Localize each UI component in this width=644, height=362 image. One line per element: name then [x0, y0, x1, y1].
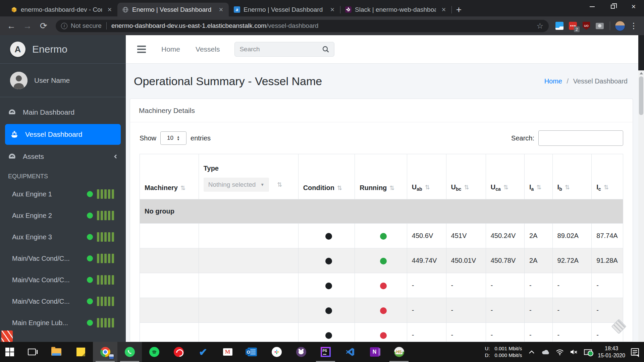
equipment-item[interactable]: Aux Engine 3 [0, 226, 126, 248]
network-speed-widget[interactable]: U: 0.001 Mbit/s D: 0.000 Mbit/s [485, 345, 522, 359]
back-button[interactable]: ← [5, 19, 18, 33]
equipment-item[interactable]: Aux Engine 1 [0, 183, 126, 205]
tab-vessel-dashboard-2[interactable]: a Enermo | Vessel Dashboard × [229, 3, 340, 16]
new-tab-button[interactable]: + [451, 3, 466, 16]
hamburger-menu-icon[interactable] [137, 46, 146, 53]
slack-button[interactable] [264, 342, 289, 362]
gmail-button[interactable]: M [215, 342, 240, 362]
sort-icon[interactable]: ⇅ [277, 181, 282, 188]
minimize-button[interactable] [582, 0, 602, 13]
extension-password-manager[interactable]: 2 [568, 20, 578, 31]
vscode-button[interactable] [338, 342, 362, 362]
tab-vessel-dashboard-active[interactable]: Enermo | Vessel Dashboard × [117, 3, 229, 16]
scrollbar-thumb[interactable] [639, 76, 643, 115]
sort-icon[interactable]: ⇅ [604, 184, 609, 191]
action-center-icon[interactable] [631, 348, 639, 356]
browser-menu-button[interactable]: ⋮ [628, 21, 639, 31]
extension-screenshot[interactable] [594, 20, 605, 31]
check-app-button[interactable]: ✔ [191, 342, 215, 362]
column-ubc[interactable]: Ubc⇅ [446, 154, 486, 199]
table-row[interactable]: - - - - - - [140, 273, 623, 298]
type-filter-dropdown[interactable]: Nothing selected ▼ [204, 178, 269, 192]
column-ib[interactable]: Ib⇅ [552, 154, 592, 199]
extension-wallet[interactable] [554, 20, 565, 31]
column-uab[interactable]: Uab⇅ [407, 154, 446, 199]
column-ia[interactable]: Ia⇅ [525, 154, 553, 199]
breadcrumb-home-link[interactable]: Home [544, 77, 562, 85]
browser-profile-avatar[interactable] [615, 21, 625, 31]
close-icon[interactable]: × [328, 5, 337, 14]
search-input[interactable] [239, 46, 322, 53]
close-icon[interactable]: × [105, 5, 114, 14]
info-icon[interactable]: i [61, 23, 67, 29]
table-row[interactable]: 450.6V 451V 450.24V 2A 89.02A 87.74A [140, 224, 623, 248]
sidebar-item-assets[interactable]: Assets [0, 147, 126, 166]
start-button[interactable] [0, 342, 19, 362]
heidisql-button[interactable]: HS [387, 342, 411, 362]
close-icon[interactable]: × [217, 5, 225, 14]
forward-button[interactable]: → [21, 19, 34, 33]
authy-button[interactable] [166, 342, 191, 362]
close-window-button[interactable]: × [623, 0, 644, 13]
reload-button[interactable]: ⟳ [37, 19, 50, 33]
nav-link-vessels[interactable]: Vessels [196, 45, 220, 53]
address-bar[interactable]: i Not secure enermo-dashboard-dev.us-eas… [56, 20, 549, 32]
wifi-icon[interactable] [555, 348, 564, 356]
table-search-label: Search: [511, 134, 534, 142]
equipment-item[interactable]: Main Engine Lub... [0, 312, 126, 334]
table-search-input[interactable] [538, 130, 623, 146]
tab-beanstalk[interactable]: enermo-dashboard-dev - Config × [6, 3, 117, 16]
bookmark-star-icon[interactable]: ☆ [536, 21, 543, 31]
chrome-button[interactable] [93, 342, 117, 362]
equipment-item[interactable]: Main/Vac Cond/C... [0, 269, 126, 291]
outlook-button[interactable] [240, 342, 264, 362]
equipment-item[interactable]: Aux Engine 2 [0, 205, 126, 226]
nav-link-home[interactable]: Home [161, 45, 180, 53]
column-running[interactable]: Running⇅ [355, 154, 407, 199]
sort-icon[interactable]: ⇅ [425, 184, 430, 191]
sort-icon[interactable]: ⇅ [503, 184, 508, 191]
column-ic[interactable]: Ic⇅ [592, 154, 623, 199]
table-row[interactable]: - - - - - - [140, 323, 623, 342]
user-panel[interactable]: User Name [0, 64, 126, 97]
column-uca[interactable]: Uca⇅ [486, 154, 524, 199]
navbar-search[interactable] [234, 42, 334, 57]
phpstorm-button[interactable]: PS [313, 342, 338, 362]
table-row[interactable]: - - - - - - [140, 298, 623, 323]
close-icon[interactable]: × [439, 5, 448, 14]
sort-icon[interactable]: ⇅ [337, 185, 342, 191]
extension-ublock[interactable]: UO [581, 20, 592, 31]
sort-icon[interactable]: ⇅ [464, 184, 469, 191]
onedrive-cloud-icon[interactable] [541, 348, 550, 356]
sort-icon[interactable]: ⇅ [536, 184, 541, 191]
task-view-button[interactable] [19, 342, 44, 362]
sidebar-item-vessel-dashboard[interactable]: Vessel Dashboard [5, 124, 121, 145]
sort-icon[interactable]: ⇅ [180, 185, 185, 191]
page-scrollbar[interactable] [638, 70, 644, 362]
column-condition[interactable]: Condition⇅ [298, 154, 355, 199]
sort-icon[interactable]: ⇅ [389, 185, 394, 191]
brand[interactable]: A Enermo [0, 35, 126, 64]
whatsapp-button[interactable] [117, 342, 142, 362]
restore-button[interactable] [602, 0, 623, 13]
spotify-button[interactable] [142, 342, 166, 362]
search-icon[interactable] [322, 46, 329, 53]
page-size-select[interactable]: 10 ▲▼ [160, 131, 186, 145]
column-machinery[interactable]: Machinery⇅ [140, 154, 199, 199]
volume-muted-icon[interactable] [570, 348, 578, 356]
tray-chevron-up-icon[interactable] [527, 348, 536, 356]
github-button[interactable] [289, 342, 313, 362]
taskbar-clock[interactable]: 18:43 15-01-2020 [598, 345, 625, 359]
equipment-item[interactable]: Main/Vac Cond/C... [0, 291, 126, 312]
sticky-notes-button[interactable] [68, 342, 93, 362]
tab-slack[interactable]: Slack | enermo-web-dashboard | × [340, 3, 451, 16]
scroll-up-arrow[interactable] [638, 70, 644, 76]
sidebar-item-main-dashboard[interactable]: Main Dashboard [0, 103, 126, 121]
equipment-item[interactable]: Main/Vac Cond/C... [0, 248, 126, 269]
display-settings-icon[interactable] [584, 348, 592, 356]
sort-icon[interactable]: ⇅ [565, 184, 570, 191]
running-cell [355, 224, 407, 248]
table-row[interactable]: 449.74V 450.01V 450.78V 2A 92.72A 91.28A [140, 248, 623, 273]
onenote-button[interactable]: N [362, 342, 387, 362]
file-explorer-button[interactable] [44, 342, 68, 362]
